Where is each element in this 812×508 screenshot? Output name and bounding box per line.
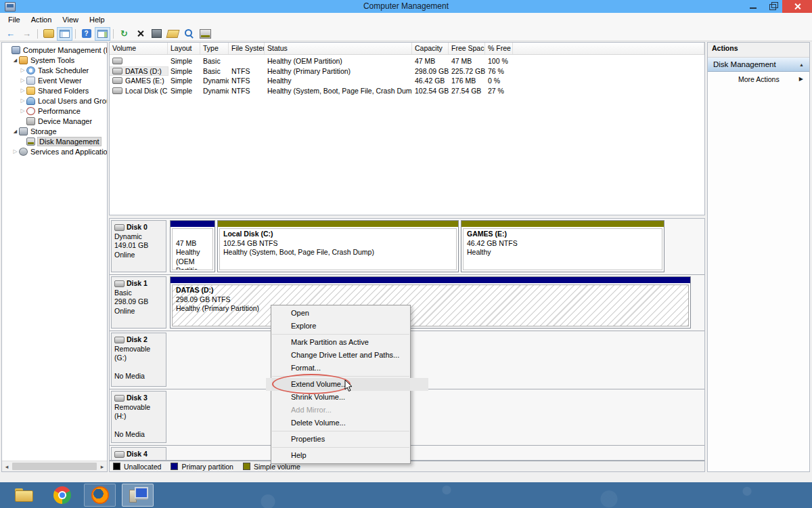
- restore-button[interactable]: [763, 0, 782, 13]
- highlight-band: [410, 378, 428, 391]
- context-menu-item-properties[interactable]: Properties: [271, 433, 410, 446]
- sidebar-item-performance[interactable]: ▷Performance: [2, 106, 107, 116]
- expander-expanded-icon[interactable]: ◢: [12, 129, 19, 134]
- context-menu-item-help[interactable]: Help: [271, 449, 410, 462]
- actions-section-disk-management[interactable]: Disk Management ▲: [708, 58, 809, 72]
- tree-horizontal-scrollbar[interactable]: ◂ ▸: [2, 461, 107, 471]
- cell-layout: Simple: [168, 67, 200, 75]
- scrollbar-thumb[interactable]: [12, 463, 97, 470]
- context-menu-item-mark-partition-as-active[interactable]: Mark Partition as Active: [271, 336, 410, 349]
- context-menu-item-extend-volume[interactable]: Extend Volume...: [271, 378, 410, 391]
- sidebar-item-system-tools[interactable]: ◢System Tools: [2, 55, 107, 65]
- column-header-capacity[interactable]: Capacity: [412, 43, 449, 54]
- sidebar-item-disk-management[interactable]: Disk Management: [2, 136, 107, 146]
- volume-row[interactable]: Local Disk (C:)SimpleDynamicNTFSHealthy …: [110, 86, 704, 96]
- partition-info: Local Disk (C:)102.54 GB NTFSHealthy (Sy…: [219, 228, 457, 270]
- menu-view[interactable]: View: [57, 14, 84, 25]
- column-header-type[interactable]: Type: [200, 43, 229, 54]
- context-menu-item-delete-volume[interactable]: Delete Volume...: [271, 417, 410, 429]
- delete-button[interactable]: [133, 27, 148, 41]
- context-menu-item-change-drive-letter-and-paths[interactable]: Change Drive Letter and Paths...: [271, 349, 410, 362]
- disk-name: Disk 0: [114, 223, 163, 232]
- expander-expanded-icon[interactable]: ◢: [12, 58, 19, 63]
- cell-type: Basic: [200, 67, 229, 75]
- taskbar-button-firefox[interactable]: [84, 484, 116, 507]
- volume-row[interactable]: DATAS (D:)SimpleBasicNTFSHealthy (Primar…: [110, 66, 704, 77]
- menu-action[interactable]: Action: [26, 14, 58, 25]
- volume-icon: [112, 77, 122, 84]
- legend-swatch: [243, 463, 250, 470]
- expander-collapsed-icon[interactable]: ▷: [19, 77, 26, 83]
- disk-icon: [114, 224, 125, 231]
- scroll-right-icon[interactable]: ▸: [97, 463, 107, 470]
- sidebar-item-shared-folders[interactable]: ▷Shared Folders: [2, 85, 107, 96]
- volume-row[interactable]: GAMES (E:)SimpleDynamicNTFSHealthy46.42 …: [110, 76, 704, 86]
- partition-games[interactable]: GAMES (E:)46.42 GB NTFSHealthy: [461, 220, 664, 272]
- taskbar-button-chrome[interactable]: [46, 484, 78, 507]
- scroll-left-icon[interactable]: ◂: [2, 463, 12, 470]
- disk-name: Disk 3: [114, 394, 163, 403]
- back-button[interactable]: ←: [3, 27, 18, 41]
- column-header-free-space[interactable]: Free Space: [449, 43, 485, 54]
- context-menu-item-shrink-volume[interactable]: Shrink Volume...: [271, 391, 410, 404]
- context-menu-item-open[interactable]: Open: [271, 307, 410, 320]
- partition-datas[interactable]: DATAS (D:)298.09 GB NTFSHealthy (Primary…: [170, 276, 691, 329]
- disk-label[interactable]: Disk 2Removable (G:) No Media: [111, 333, 166, 387]
- menu-bar: FileActionViewHelp: [0, 13, 812, 26]
- sidebar-item-computer[interactable]: Computer Management (Local: [2, 45, 107, 55]
- rescan-disks-button[interactable]: [198, 27, 213, 41]
- column-header-layout[interactable]: Layout: [168, 43, 200, 54]
- disk-label[interactable]: Disk 1Basic298.09 GBOnline: [111, 276, 166, 329]
- sidebar-item-event-viewer[interactable]: ▷Event Viewer: [2, 75, 107, 85]
- expander-collapsed-icon[interactable]: ▷: [19, 67, 26, 73]
- menu-file[interactable]: File: [3, 14, 26, 25]
- show-console-tree-button[interactable]: [57, 27, 72, 41]
- partition-local[interactable]: Local Disk (C:)102.54 GB NTFSHealthy (Sy…: [217, 220, 459, 272]
- taskbar-button-file-explorer[interactable]: [8, 484, 40, 507]
- partition-area: DATAS (D:)298.09 GB NTFSHealthy (Primary…: [168, 276, 694, 329]
- refresh-button[interactable]: ↻: [116, 27, 132, 41]
- forward-button[interactable]: →: [19, 27, 35, 41]
- disk-name-text: Disk 0: [127, 223, 148, 232]
- open-button[interactable]: [165, 27, 181, 41]
- sidebar-item-task-scheduler[interactable]: ▷Task Scheduler: [2, 65, 107, 75]
- column-header--free[interactable]: % Free: [485, 43, 513, 54]
- disk-label[interactable]: Disk 3Removable (H:) No Media: [111, 391, 166, 443]
- taskbar-button-computer-management[interactable]: [122, 484, 154, 507]
- disk-label[interactable]: Disk 0Dynamic149.01 GBOnline: [111, 220, 166, 272]
- column-header-volume[interactable]: Volume: [110, 43, 168, 54]
- minimize-button[interactable]: [743, 0, 763, 13]
- partition-color-strip: [461, 221, 664, 227]
- expander-collapsed-icon[interactable]: ▷: [19, 108, 26, 114]
- collapse-icon[interactable]: ▲: [799, 62, 804, 67]
- expander-collapsed-icon[interactable]: ▷: [12, 148, 19, 154]
- up-level-button[interactable]: [41, 27, 56, 41]
- partition-color-strip: [218, 221, 458, 227]
- menu-separator: [272, 334, 409, 335]
- find-button[interactable]: [181, 27, 197, 41]
- menu-help[interactable]: Help: [84, 14, 110, 25]
- expander-collapsed-icon[interactable]: ▷: [19, 98, 26, 104]
- sidebar-item-services[interactable]: ▷Services and Applications: [2, 146, 107, 156]
- properties-button[interactable]: [149, 27, 164, 41]
- show-action-pane-button[interactable]: [95, 27, 110, 41]
- disk-label[interactable]: Disk 4Removable (I:): [111, 447, 166, 461]
- shared-folders-icon: [26, 87, 35, 95]
- context-menu-item-format[interactable]: Format...: [271, 362, 410, 375]
- sidebar-item-storage[interactable]: ◢Storage: [2, 126, 107, 136]
- close-button[interactable]: [782, 0, 812, 13]
- partition-status: Healthy: [467, 248, 658, 257]
- more-actions-item[interactable]: More Actions ▶: [708, 72, 809, 86]
- storage-icon: [19, 127, 28, 135]
- window-title: Computer Management: [0, 0, 812, 13]
- sidebar-item-users[interactable]: ▷Local Users and Groups: [2, 96, 107, 106]
- column-header-status[interactable]: Status: [265, 43, 412, 54]
- column-header-file-system[interactable]: File System: [229, 43, 265, 54]
- volume-row[interactable]: SimpleBasicHealthy (OEM Partition)47 MB4…: [110, 56, 704, 66]
- help-button[interactable]: ?: [78, 27, 94, 41]
- partition-area: 47 MBHealthy (OEM PartiticLocal Disk (C:…: [168, 220, 694, 272]
- partition[interactable]: 47 MBHealthy (OEM Partitic: [170, 220, 215, 272]
- context-menu-item-explore[interactable]: Explore: [271, 320, 410, 333]
- expander-collapsed-icon[interactable]: ▷: [19, 87, 26, 93]
- sidebar-item-device-manager[interactable]: Device Manager: [2, 116, 107, 126]
